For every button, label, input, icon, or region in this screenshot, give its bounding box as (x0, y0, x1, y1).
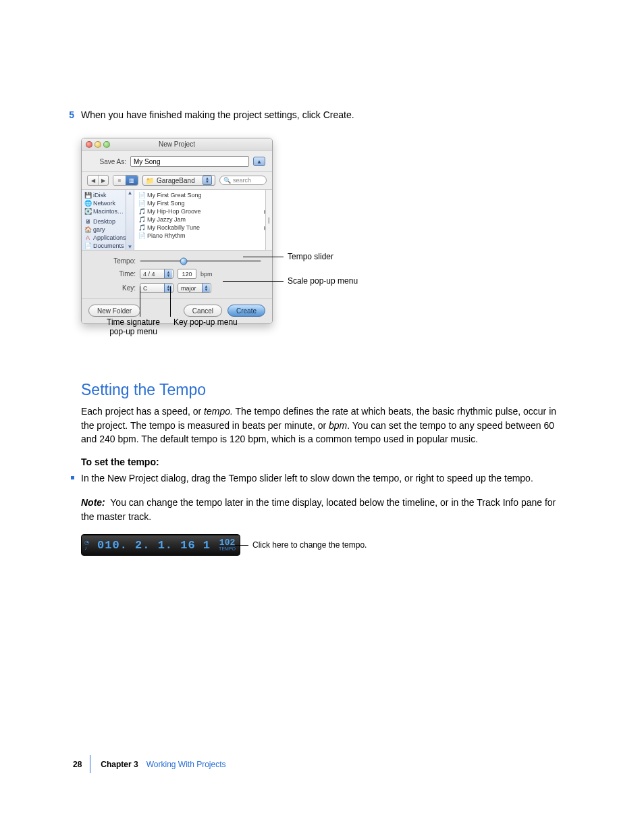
dialog-title: New Project (82, 140, 272, 148)
search-icon: 🔍 (223, 177, 231, 184)
procedure-subhead: To set the tempo: (81, 457, 563, 467)
nav-buttons: ◀ ▶ (87, 175, 109, 186)
save-as-label: Save As: (88, 158, 126, 165)
callout-lead (170, 286, 171, 317)
save-as-row: Save As: ▲ (82, 151, 272, 172)
tempo-readout[interactable]: 102 TEMPO (219, 539, 237, 551)
page-number: 28 (73, 760, 82, 769)
list-view-button[interactable]: ≡ (113, 176, 126, 185)
step-line: 5 When you have finished making the proj… (81, 108, 563, 122)
tempo-label: Tempo: (88, 257, 136, 265)
callout-lead (235, 545, 248, 546)
cancel-button[interactable]: Cancel (184, 305, 222, 317)
file-item[interactable]: 🎵My Hip-Hop Groove▶ (134, 207, 272, 215)
file-browser: 💾iDisk 🌐Network 💽Macintos… 🖥Desktop 🏠gar… (82, 190, 272, 251)
step-number: 5 (63, 109, 81, 120)
footer-rule (90, 755, 90, 773)
time-display-digits: 010. 2. 1. 16 1 (91, 539, 217, 552)
column-resize-handle[interactable]: ∥ (265, 190, 272, 250)
search-input[interactable]: 🔍 search (219, 176, 267, 185)
folder-icon: 📁 (146, 177, 154, 184)
back-button[interactable]: ◀ (88, 176, 98, 185)
callout-tempo-click: Click here to change the tempo. (252, 540, 367, 550)
sidebar: 💾iDisk 🌐Network 💽Macintos… 🖥Desktop 🏠gar… (82, 190, 134, 250)
section-heading: Setting the Tempo (81, 381, 563, 399)
procedure-bullet: In the New Project dialog, drag the Temp… (81, 471, 563, 485)
callout-lead (223, 281, 284, 282)
time-display-figure: ◔ ♪ 010. 2. 1. 16 1 102 TEMPO Click here… (81, 534, 405, 556)
browser-toolbar: ◀ ▶ ≡ ▥ 📁 GarageBand ▲▼ 🔍 search (82, 172, 272, 190)
callout-tempo-slider: Tempo slider (288, 252, 333, 261)
new-project-figure: New Project Save As: ▲ ◀ ▶ ≡ ▥ 📁 Garage (81, 138, 459, 347)
path-popup[interactable]: 📁 GarageBand ▲▼ (142, 175, 215, 186)
new-folder-button[interactable]: New Folder (88, 305, 140, 317)
bpm-unit: bpm (200, 271, 213, 278)
file-item[interactable]: 🎵My Jazzy Jam (134, 215, 272, 224)
key-label: Key: (88, 284, 136, 292)
step-text: When you have finished making the projec… (81, 108, 563, 122)
sidebar-scrollbar[interactable]: ▲▼ (126, 190, 134, 250)
view-buttons: ≡ ▥ (113, 175, 138, 186)
key-popup[interactable]: C ▲▼ (140, 283, 173, 293)
note-icon: ♪ (84, 546, 89, 550)
stepper-icon: ▲▼ (203, 176, 212, 185)
project-settings: Tempo: Time: 4 / 4 ▲▼ 120 bpm Key: (82, 251, 272, 299)
bullet-icon (71, 476, 74, 479)
search-placeholder: search (233, 177, 251, 184)
file-item[interactable]: 📄My First Song (134, 199, 272, 207)
tempo-row: Tempo: (88, 257, 265, 265)
stepper-icon: ▲▼ (164, 284, 172, 292)
tempo-value: 102 (219, 539, 235, 546)
scale-popup[interactable]: major ▲▼ (178, 283, 211, 293)
stepper-icon: ▲▼ (164, 269, 172, 278)
callout-lead (243, 257, 284, 257)
titlebar: New Project (82, 138, 272, 151)
bullet-text: In the New Project dialog, drag the Temp… (81, 471, 533, 485)
file-item[interactable]: 📄My First Great Song (134, 191, 272, 199)
new-project-dialog: New Project Save As: ▲ ◀ ▶ ≡ ▥ 📁 Garage (81, 138, 273, 324)
tempo-readout-label: TEMPO (219, 546, 236, 551)
tempo-slider-thumb[interactable] (180, 257, 188, 265)
clock-icon: ◔ (84, 540, 89, 545)
section-paragraph: Each project has a speed, or tempo. The … (81, 405, 563, 446)
display-mode-icons[interactable]: ◔ ♪ (84, 540, 89, 550)
stepper-icon: ▲▼ (202, 284, 210, 292)
callout-timesig: Time signature pop-up menu (91, 317, 176, 336)
path-label: GarageBand (157, 177, 200, 184)
key-row: Key: C ▲▼ major ▲▼ (88, 283, 265, 293)
expand-button[interactable]: ▲ (253, 157, 265, 166)
forward-button[interactable]: ▶ (98, 176, 108, 185)
tempo-slider[interactable] (140, 260, 261, 262)
note-paragraph: Note: You can change the tempo later in … (81, 496, 563, 523)
file-column: 📄My First Great Song 📄My First Song 🎵My … (134, 190, 272, 250)
time-row: Time: 4 / 4 ▲▼ 120 bpm (88, 269, 265, 279)
save-as-input[interactable] (130, 156, 249, 167)
time-label: Time: (88, 270, 136, 278)
create-button[interactable]: Create (227, 305, 265, 317)
callout-scale-popup: Scale pop-up menu (288, 276, 358, 286)
time-display[interactable]: ◔ ♪ 010. 2. 1. 16 1 102 TEMPO (81, 534, 240, 556)
time-signature-popup[interactable]: 4 / 4 ▲▼ (140, 269, 173, 279)
file-item[interactable]: 🎵My Rockabilly Tune▶ (134, 224, 272, 232)
page-footer: 28 Chapter 3Working With Projects (0, 755, 644, 773)
callout-lead (140, 286, 140, 317)
footer-chapter: Chapter 3Working With Projects (101, 760, 225, 769)
bpm-value: 120 (178, 269, 196, 279)
callout-key-popup: Key pop-up menu (173, 317, 238, 327)
column-view-button[interactable]: ▥ (126, 176, 138, 185)
file-item[interactable]: 📄Piano Rhythm (134, 232, 272, 240)
